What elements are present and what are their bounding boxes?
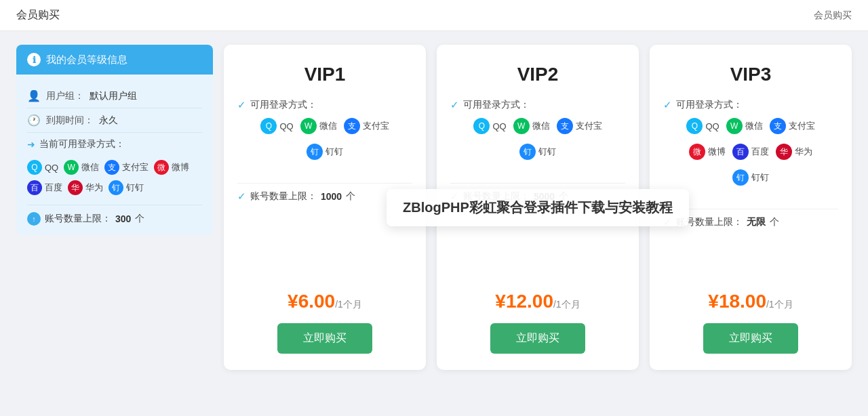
vip1-dingding: 钉 钉钉 [307, 144, 343, 160]
vip1-account-limit-label: 账号数量上限： [250, 190, 317, 203]
account-up-icon: ↑ [27, 212, 41, 226]
vip1-price-section: ¥6.00/1个月 立即购买 [277, 284, 372, 354]
user-group-value: 默认用户组 [90, 90, 137, 102]
vip1-account-limit-unit: 个 [346, 190, 355, 203]
vip3-huawei: 华 华为 [776, 144, 812, 160]
vip1-buy-button[interactable]: 立即购买 [277, 323, 372, 354]
account-limit-row: ↑ 账号数量上限： 300 个 [27, 205, 202, 226]
alipay-icon: 支 [104, 160, 119, 175]
vip1-account-limit: ✓ 账号数量上限： 1000 个 [237, 190, 412, 203]
vip1-card: VIP1 ✓ 可用登录方式： Q QQ W 微信 支 [224, 45, 426, 370]
login-method-qq: Q QQ [27, 160, 58, 175]
expiry-value: 永久 [99, 115, 118, 127]
login-method-wechat: W 微信 [64, 160, 99, 175]
login-method-dingding: 钉 钉钉 [108, 180, 144, 195]
vip3-buy-button[interactable]: 立即购买 [703, 323, 798, 354]
login-method-weibo: 微 微博 [154, 160, 189, 175]
vip3-qq-icon: Q [686, 118, 703, 134]
vip2-wechat-icon: W [513, 118, 530, 134]
vip2-buy-button[interactable]: 立即购买 [490, 323, 585, 354]
qq-icon: Q [27, 160, 42, 175]
vip2-account-limit: ✓ 账号数量上限： 5000 个 [450, 190, 625, 203]
weibo-icon: 微 [154, 160, 169, 175]
vip1-qq-icon: Q [260, 118, 277, 134]
vip1-login-section: ✓ 可用登录方式： Q QQ W 微信 支 支付宝 [237, 99, 412, 169]
vip2-alipay: 支 支付宝 [557, 118, 602, 134]
account-limit-label: 账号数量上限： [45, 213, 111, 225]
wechat-icon: W [64, 160, 79, 175]
vip3-account-check-icon: ✓ [663, 216, 672, 228]
login-methods-grid: Q QQ W 微信 支 支付宝 微 微博 [27, 156, 202, 199]
login-method-huawei: 华 华为 [68, 180, 103, 195]
top-bar-link[interactable]: 会员购买 [814, 9, 852, 22]
vip3-login-section: ✓ 可用登录方式： Q QQ W 微信 支 支付宝 [663, 99, 838, 195]
info-icon: ℹ [27, 53, 41, 66]
vip1-qq: Q QQ [260, 118, 293, 134]
account-limit-value: 300 [115, 213, 131, 224]
vip3-alipay: 支 支付宝 [770, 118, 815, 134]
baidu-icon: 百 [27, 180, 42, 195]
top-bar: 会员购买 会员购买 [0, 0, 868, 31]
vip2-login-label: 可用登录方式： [463, 99, 530, 111]
vip2-period: /1个月 [553, 299, 580, 310]
left-panel-body: 👤 用户组： 默认用户组 🕐 到期时间： 永久 ➜ 当前可用登录方式： Q [16, 75, 213, 235]
vip3-login-label-row: ✓ 可用登录方式： [663, 99, 838, 111]
left-panel-header: ℹ 我的会员等级信息 [16, 45, 213, 75]
vip1-wechat-icon: W [300, 118, 317, 134]
vip2-login-section: ✓ 可用登录方式： Q QQ W 微信 支 支付宝 [450, 99, 625, 169]
top-bar-title: 会员购买 [16, 8, 60, 22]
vip3-huawei-icon: 华 [776, 144, 792, 160]
vip3-baidu-icon: 百 [732, 144, 749, 160]
vip3-baidu: 百 百度 [732, 144, 769, 160]
login-methods-section: ➜ 当前可用登录方式： Q QQ W 微信 支 支付宝 [27, 133, 202, 205]
account-limit-unit: 个 [135, 213, 144, 225]
main-content: ℹ 我的会员等级信息 👤 用户组： 默认用户组 🕐 到期时间： 永久 ➜ 当前可… [0, 31, 868, 383]
vip3-wechat-icon: W [726, 118, 743, 134]
vip2-alipay-icon: 支 [557, 118, 573, 134]
vip2-qq: Q QQ [473, 118, 506, 134]
vip1-login-label: 可用登录方式： [250, 99, 317, 111]
vip3-divider [663, 209, 838, 209]
login-arrow-icon: ➜ [27, 139, 35, 150]
dingding-icon: 钉 [108, 180, 123, 195]
vip2-account-limit-unit: 个 [559, 190, 568, 203]
vip3-dingding: 钉 钉钉 [732, 169, 769, 186]
pricing-cards: ZBlogPHP彩虹聚合登录插件下载与安装教程 VIP1 ✓ 可用登录方式： Q… [224, 45, 852, 370]
vip3-qq: Q QQ [686, 118, 719, 134]
vip3-price: ¥18.00 [708, 291, 766, 312]
vip3-account-limit: ✓ 账号数量上限： 无限 个 [663, 216, 838, 228]
login-method-baidu: 百 百度 [27, 180, 62, 195]
user-group-label: 用户组： [46, 90, 84, 102]
vip1-check-icon: ✓ [237, 99, 246, 111]
vip2-price: ¥12.00 [495, 291, 553, 312]
vip3-check-icon: ✓ [663, 99, 672, 111]
vip3-weibo-icon: 微 [689, 144, 705, 160]
expiry-row: 🕐 到期时间： 永久 [27, 108, 202, 133]
vip1-price: ¥6.00 [288, 291, 335, 312]
vip3-alipay-icon: 支 [770, 118, 786, 134]
vip1-login-label-row: ✓ 可用登录方式： [237, 99, 412, 111]
clock-icon: 🕐 [27, 114, 41, 127]
vip1-alipay: 支 支付宝 [344, 118, 389, 134]
left-panel: ℹ 我的会员等级信息 👤 用户组： 默认用户组 🕐 到期时间： 永久 ➜ 当前可… [16, 45, 213, 235]
vip1-account-limit-value: 1000 [321, 191, 342, 202]
login-methods-label-row: ➜ 当前可用登录方式： [27, 138, 125, 150]
vip1-wechat: W 微信 [300, 118, 337, 134]
user-group-row: 👤 用户组： 默认用户组 [27, 84, 202, 108]
vip2-account-limit-value: 5000 [534, 191, 555, 202]
vip2-login-label-row: ✓ 可用登录方式： [450, 99, 625, 111]
login-method-alipay: 支 支付宝 [104, 160, 149, 175]
vip3-wechat: W 微信 [726, 118, 763, 134]
login-methods-label: 当前可用登录方式： [39, 138, 125, 150]
vip1-account-check-icon: ✓ [237, 190, 246, 203]
vip1-login-icons: Q QQ W 微信 支 支付宝 [237, 118, 412, 134]
vip1-alipay-icon: 支 [344, 118, 360, 134]
vip3-title: VIP3 [730, 64, 772, 85]
vip3-account-limit-unit: 个 [770, 216, 779, 228]
expiry-label: 到期时间： [46, 115, 94, 127]
user-group-icon: 👤 [27, 89, 41, 102]
vip1-dingding-icon: 钉 [307, 144, 323, 160]
huawei-icon: 华 [68, 180, 83, 195]
vip1-login-icons-2: 钉 钉钉 [237, 144, 412, 160]
vip2-login-icons-2: 钉 钉钉 [450, 144, 625, 160]
